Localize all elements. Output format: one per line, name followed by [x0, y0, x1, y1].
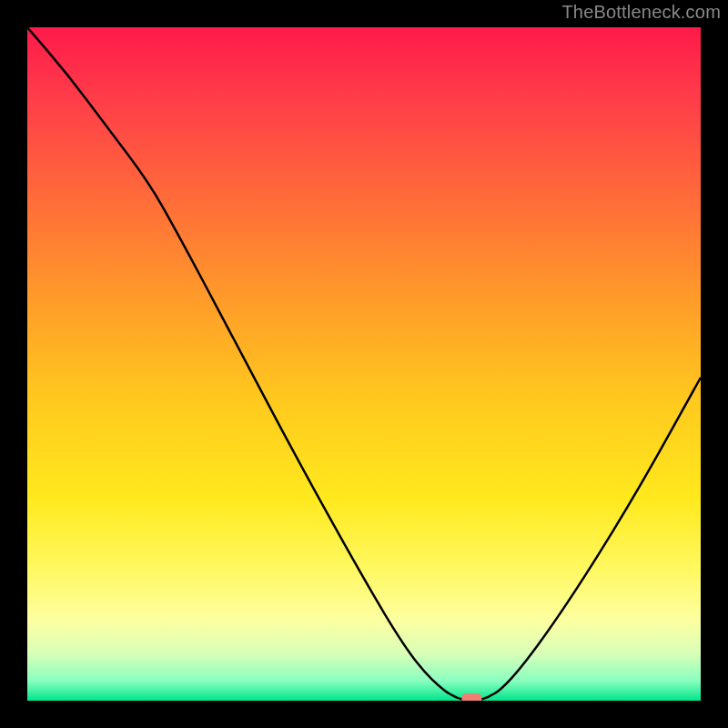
optimal-point-marker [461, 693, 481, 701]
credit-label: TheBottleneck.com [561, 2, 721, 23]
bottleneck-chart [27, 27, 701, 701]
chart-frame: TheBottleneck.com [0, 0, 728, 728]
gradient-background [27, 27, 701, 701]
plot-area [27, 27, 701, 701]
